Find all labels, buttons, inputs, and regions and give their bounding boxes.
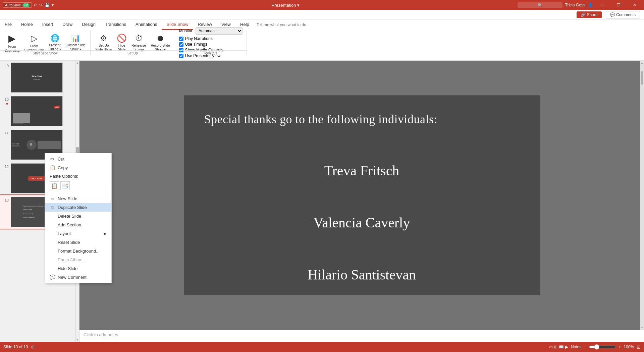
notes-bar[interactable]: Click to add notes [79, 330, 644, 342]
user-name: Tricia Goss [565, 3, 585, 7]
scroll-down-arrow[interactable]: ▼ [76, 338, 79, 341]
play-narrations-input[interactable] [179, 37, 183, 41]
search-area [254, 19, 644, 30]
ctx-reset-slide[interactable]: Reset Slide [45, 238, 75, 247]
slide-canvas-wrapper: Special thanks go to the following indiv… [79, 61, 644, 330]
share-icon[interactable]: 👤 [588, 3, 593, 7]
tab-draw[interactable]: Draw [58, 19, 77, 30]
add-section-icon [50, 222, 55, 227]
share-button[interactable]: 🔗 Share [577, 11, 601, 18]
search-input[interactable] [257, 23, 324, 27]
canvas-scrollbar[interactable]: ▲ ▼ [640, 61, 644, 330]
record-slideshow-button[interactable]: ⏺ Record SlideShow ▾ [149, 32, 172, 53]
tab-insert[interactable]: Insert [38, 19, 58, 30]
ctx-delete-slide[interactable]: Delete Slide [45, 212, 75, 220]
autosave-badge[interactable]: AutoSave On [3, 2, 32, 8]
canvas-scroll-thumb[interactable] [641, 71, 643, 85]
ctx-paste-options-label: Paste Options: 📋 📑 [45, 172, 75, 192]
duplicate-slide-icon: ⧉ [50, 205, 55, 210]
ctx-cut-label: Cut [58, 157, 64, 162]
minimize-button[interactable]: — [596, 0, 609, 10]
title-dropdown[interactable]: ▾ [297, 3, 300, 8]
ctx-copy[interactable]: 📋 Copy [45, 163, 75, 172]
comments-button[interactable]: 💬 Comments [606, 11, 640, 18]
ctx-cut[interactable]: ✂ Cut [45, 155, 75, 163]
cut-icon: ✂ [50, 156, 55, 162]
redo-icon[interactable]: ↪ [39, 3, 43, 7]
fit-to-window-icon[interactable]: ⊡ [637, 344, 641, 350]
normal-view-icon[interactable]: ▭ [549, 345, 553, 349]
slide-number-9: 9 [3, 64, 9, 68]
setup-slideshow-button[interactable]: ⚙ Set UpSlide Show [93, 32, 114, 53]
hide-slide-button[interactable]: 🚫 HideSlide [115, 32, 129, 53]
slide-item-11[interactable]: 11 Use High-Quality G... 🔍 ✂ Cut 📋 [0, 128, 75, 162]
reset-slide-icon [50, 239, 55, 245]
slide-main-title: Special thanks go to the following indiv… [204, 112, 520, 126]
slide-sorter-icon[interactable]: ⊞ [554, 345, 557, 349]
slide-layout-icon: ⊞ [31, 345, 35, 349]
copy-icon: 📋 [50, 165, 55, 170]
ctx-layout[interactable]: Layout ▶ [45, 229, 75, 238]
rehearse-timings-button[interactable]: ⏱ RehearseTimings [129, 32, 148, 53]
photo-album-icon [50, 257, 55, 262]
zoom-in-icon[interactable]: + [619, 345, 621, 349]
thumb-10-spreadsheet [13, 113, 30, 123]
quick-access-more[interactable]: ▾ [52, 3, 54, 7]
tab-transitions[interactable]: Transitions [100, 19, 131, 30]
ctx-new-slide[interactable]: ▭ New Slide [45, 194, 75, 203]
tab-file[interactable]: File [0, 19, 16, 30]
slide-item-9[interactable]: 9 Title Text subtitle text [0, 61, 75, 94]
zoom-slider[interactable] [589, 344, 616, 350]
tab-home[interactable]: Home [16, 19, 38, 30]
layout-icon [50, 231, 55, 236]
slide-thumb-10: NEW Click to Contr... [11, 96, 63, 126]
close-button[interactable]: ✕ [628, 0, 641, 10]
custom-slideshow-icon: 📊 [71, 34, 80, 43]
from-current-icon: ▷ [31, 33, 38, 44]
slide-info: Slide 13 of 13 [3, 345, 28, 349]
use-timings-label: Use Timings [185, 42, 207, 47]
scroll-up-arrow[interactable]: ▲ [76, 61, 79, 64]
canvas-scroll-track[interactable] [640, 64, 644, 326]
ribbon-body: ▶ FromBeginning ▷ FromCurrent Slide 🌐 Pr… [0, 30, 644, 60]
zoom-out-icon[interactable]: − [584, 345, 586, 349]
ctx-new-comment[interactable]: 💬 New Comment [45, 273, 75, 281]
save-icon[interactable]: 💾 [45, 3, 50, 7]
canvas-scroll-down[interactable]: ▼ [641, 326, 643, 329]
autosave-toggle[interactable]: On [22, 3, 30, 7]
reading-view-icon[interactable]: 📖 [559, 345, 564, 349]
search-box-ribbon[interactable]: 🔍 [518, 2, 562, 8]
use-timings-checkbox[interactable]: Use Timings [179, 42, 243, 47]
slide-item-10[interactable]: 10★ NEW Click to Contr... [0, 94, 75, 128]
title-bar-left: AutoSave On ↩ ↪ 💾 ▾ [3, 2, 54, 8]
new-slide-icon: ▭ [50, 196, 55, 201]
paste-btn-2[interactable]: 📑 [60, 181, 70, 190]
tab-design[interactable]: Design [77, 19, 100, 30]
ctx-format-background[interactable]: Format Background... [45, 247, 75, 255]
main-slide-canvas[interactable]: Special thanks go to the following indiv… [184, 95, 540, 295]
use-timings-input[interactable] [179, 42, 183, 47]
slide-thumb-9: Title Text subtitle text [11, 62, 63, 93]
custom-slideshow-button[interactable]: 📊 Custom SlideShow ▾ [64, 33, 88, 53]
tab-animations[interactable]: Animations [131, 19, 162, 30]
ribbon-content: ▶ FromBeginning ▷ FromCurrent Slide 🌐 Pr… [0, 30, 644, 61]
slide-number-13: 13 [3, 198, 9, 202]
present-online-button[interactable]: 🌐 PresentOnline ▾ [47, 33, 63, 53]
window-title: Presentation [272, 3, 296, 8]
restore-button[interactable]: ❐ [612, 0, 625, 10]
monitor-select[interactable]: Automatic Primary Monitor Secondary Moni… [196, 27, 243, 35]
canvas-scroll-up[interactable]: ▲ [641, 61, 643, 64]
ctx-photo-album: Photo Album... [45, 255, 75, 264]
slideshow-view-icon[interactable]: ▶ [565, 345, 568, 349]
undo-icon[interactable]: ↩ [34, 3, 37, 7]
ribbon-group-setup: ⚙ Set UpSlide Show 🚫 HideSlide ⏱ Rehears… [91, 30, 175, 55]
context-menu: ✂ Cut 📋 Copy Paste Options: 📋 📑 [45, 153, 75, 283]
ctx-duplicate-slide[interactable]: ⧉ Duplicate Slide [45, 203, 75, 212]
notes-button[interactable]: Notes [571, 345, 581, 349]
thumb-9-title: Title Text [32, 75, 42, 78]
rehearse-timings-icon: ⏱ [135, 34, 143, 43]
play-narrations-checkbox[interactable]: Play Narrations [179, 36, 243, 41]
ctx-add-section[interactable]: Add Section [45, 220, 75, 229]
paste-btn-1[interactable]: 📋 [50, 181, 59, 190]
ctx-hide-slide[interactable]: Hide Slide [45, 264, 75, 273]
